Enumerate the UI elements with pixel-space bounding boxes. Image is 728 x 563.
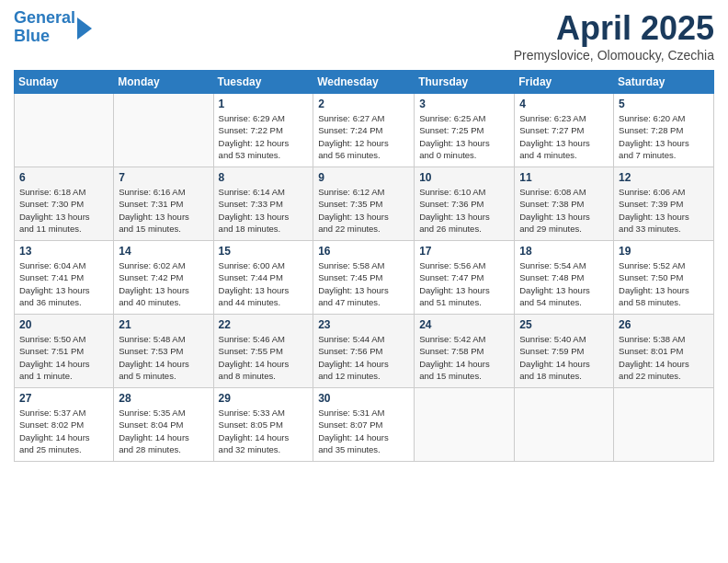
day-number: 15 [219, 245, 309, 258]
day-number: 19 [619, 245, 709, 258]
day-number: 3 [419, 98, 509, 110]
day-number: 17 [419, 245, 509, 258]
calendar-body: 1Sunrise: 6:29 AM Sunset: 7:22 PM Daylig… [15, 94, 714, 462]
day-number: 14 [119, 245, 208, 258]
calendar-table: SundayMondayTuesdayWednesdayThursdayFrid… [14, 70, 714, 462]
calendar-cell: 13Sunrise: 6:04 AM Sunset: 7:41 PM Dayli… [15, 241, 114, 315]
calendar-cell: 16Sunrise: 5:58 AM Sunset: 7:45 PM Dayli… [313, 241, 415, 315]
day-info: Sunrise: 6:02 AM Sunset: 7:42 PM Dayligh… [119, 259, 208, 308]
day-info: Sunrise: 5:31 AM Sunset: 8:07 PM Dayligh… [318, 407, 409, 455]
weekday-header-tuesday: Tuesday [213, 71, 313, 94]
title-area: April 2025 Premyslovice, Olomoucky, Czec… [514, 9, 714, 63]
calendar-cell: 1Sunrise: 6:29 AM Sunset: 7:22 PM Daylig… [213, 94, 313, 167]
calendar-cell: 15Sunrise: 6:00 AM Sunset: 7:44 PM Dayli… [213, 241, 313, 315]
day-number: 2 [318, 98, 409, 110]
weekday-header-saturday: Saturday [614, 71, 714, 94]
day-info: Sunrise: 6:00 AM Sunset: 7:44 PM Dayligh… [219, 259, 309, 308]
calendar-cell: 3Sunrise: 6:25 AM Sunset: 7:25 PM Daylig… [415, 94, 515, 167]
calendar-cell [15, 94, 114, 167]
calendar-cell: 21Sunrise: 5:48 AM Sunset: 7:53 PM Dayli… [114, 315, 213, 388]
day-info: Sunrise: 5:56 AM Sunset: 7:47 PM Dayligh… [419, 259, 509, 308]
calendar-cell: 4Sunrise: 6:23 AM Sunset: 7:27 PM Daylig… [515, 94, 614, 167]
day-number: 13 [19, 245, 108, 258]
day-info: Sunrise: 5:38 AM Sunset: 8:01 PM Dayligh… [619, 333, 709, 382]
calendar-cell: 11Sunrise: 6:08 AM Sunset: 7:38 PM Dayli… [515, 167, 614, 241]
day-info: Sunrise: 6:16 AM Sunset: 7:31 PM Dayligh… [119, 186, 208, 235]
day-info: Sunrise: 6:18 AM Sunset: 7:30 PM Dayligh… [19, 186, 108, 235]
day-info: Sunrise: 5:35 AM Sunset: 8:04 PM Dayligh… [119, 407, 208, 455]
calendar-cell: 19Sunrise: 5:52 AM Sunset: 7:50 PM Dayli… [614, 241, 714, 315]
calendar-cell: 20Sunrise: 5:50 AM Sunset: 7:51 PM Dayli… [15, 315, 114, 388]
weekday-header-row: SundayMondayTuesdayWednesdayThursdayFrid… [15, 71, 714, 94]
day-number: 9 [318, 171, 409, 184]
day-number: 28 [119, 392, 208, 405]
calendar-week-row: 6Sunrise: 6:18 AM Sunset: 7:30 PM Daylig… [15, 167, 714, 241]
calendar-cell [415, 388, 515, 462]
day-info: Sunrise: 5:46 AM Sunset: 7:55 PM Dayligh… [219, 333, 309, 382]
calendar-cell: 2Sunrise: 6:27 AM Sunset: 7:24 PM Daylig… [313, 94, 415, 167]
day-number: 27 [19, 392, 108, 405]
calendar-cell: 14Sunrise: 6:02 AM Sunset: 7:42 PM Dayli… [114, 241, 213, 315]
weekday-header-wednesday: Wednesday [313, 71, 415, 94]
day-info: Sunrise: 6:27 AM Sunset: 7:24 PM Dayligh… [318, 112, 409, 161]
weekday-header-sunday: Sunday [15, 71, 114, 94]
calendar-cell: 26Sunrise: 5:38 AM Sunset: 8:01 PM Dayli… [614, 315, 714, 388]
day-info: Sunrise: 5:48 AM Sunset: 7:53 PM Dayligh… [119, 333, 208, 382]
calendar-cell [515, 388, 614, 462]
day-info: Sunrise: 5:33 AM Sunset: 8:05 PM Dayligh… [219, 407, 309, 455]
day-number: 24 [419, 318, 509, 331]
calendar-cell: 30Sunrise: 5:31 AM Sunset: 8:07 PM Dayli… [313, 388, 415, 462]
calendar-cell: 8Sunrise: 6:14 AM Sunset: 7:33 PM Daylig… [213, 167, 313, 241]
day-number: 16 [318, 245, 409, 258]
calendar-week-row: 13Sunrise: 6:04 AM Sunset: 7:41 PM Dayli… [15, 241, 714, 315]
calendar-cell: 9Sunrise: 6:12 AM Sunset: 7:35 PM Daylig… [313, 167, 415, 241]
weekday-header-thursday: Thursday [415, 71, 515, 94]
calendar-week-row: 20Sunrise: 5:50 AM Sunset: 7:51 PM Dayli… [15, 315, 714, 388]
day-info: Sunrise: 5:42 AM Sunset: 7:58 PM Dayligh… [419, 333, 509, 382]
calendar-cell: 18Sunrise: 5:54 AM Sunset: 7:48 PM Dayli… [515, 241, 614, 315]
day-number: 26 [619, 318, 709, 331]
logo-text: GeneralBlue [14, 9, 75, 46]
day-number: 11 [519, 171, 609, 184]
day-number: 25 [519, 318, 609, 331]
day-info: Sunrise: 6:08 AM Sunset: 7:38 PM Dayligh… [519, 186, 609, 235]
day-info: Sunrise: 6:06 AM Sunset: 7:39 PM Dayligh… [619, 186, 709, 235]
logo: GeneralBlue [14, 9, 92, 46]
calendar-page: GeneralBlue April 2025 Premyslovice, Olo… [0, 0, 728, 471]
calendar-cell: 17Sunrise: 5:56 AM Sunset: 7:47 PM Dayli… [415, 241, 515, 315]
day-number: 23 [318, 318, 409, 331]
calendar-week-row: 1Sunrise: 6:29 AM Sunset: 7:22 PM Daylig… [15, 94, 714, 167]
day-number: 10 [419, 171, 509, 184]
calendar-cell [614, 388, 714, 462]
calendar-cell: 23Sunrise: 5:44 AM Sunset: 7:56 PM Dayli… [313, 315, 415, 388]
calendar-cell: 7Sunrise: 6:16 AM Sunset: 7:31 PM Daylig… [114, 167, 213, 241]
day-number: 22 [219, 318, 309, 331]
day-info: Sunrise: 6:25 AM Sunset: 7:25 PM Dayligh… [419, 112, 509, 161]
day-info: Sunrise: 5:52 AM Sunset: 7:50 PM Dayligh… [619, 259, 709, 308]
day-number: 6 [19, 171, 108, 184]
day-number: 18 [519, 245, 609, 258]
day-info: Sunrise: 6:20 AM Sunset: 7:28 PM Dayligh… [619, 112, 709, 161]
day-number: 5 [619, 98, 709, 110]
calendar-cell: 12Sunrise: 6:06 AM Sunset: 7:39 PM Dayli… [614, 167, 714, 241]
calendar-cell: 24Sunrise: 5:42 AM Sunset: 7:58 PM Dayli… [415, 315, 515, 388]
logo-arrow-icon [77, 17, 92, 40]
calendar-cell [114, 94, 213, 167]
calendar-week-row: 27Sunrise: 5:37 AM Sunset: 8:02 PM Dayli… [15, 388, 714, 462]
calendar-cell: 6Sunrise: 6:18 AM Sunset: 7:30 PM Daylig… [15, 167, 114, 241]
calendar-cell: 29Sunrise: 5:33 AM Sunset: 8:05 PM Dayli… [213, 388, 313, 462]
day-info: Sunrise: 6:12 AM Sunset: 7:35 PM Dayligh… [318, 186, 409, 235]
day-info: Sunrise: 5:50 AM Sunset: 7:51 PM Dayligh… [19, 333, 108, 382]
calendar-cell: 27Sunrise: 5:37 AM Sunset: 8:02 PM Dayli… [15, 388, 114, 462]
day-info: Sunrise: 5:54 AM Sunset: 7:48 PM Dayligh… [519, 259, 609, 308]
location: Premyslovice, Olomoucky, Czechia [514, 48, 714, 63]
day-info: Sunrise: 6:29 AM Sunset: 7:22 PM Dayligh… [219, 112, 309, 161]
month-title: April 2025 [514, 9, 714, 48]
day-info: Sunrise: 5:44 AM Sunset: 7:56 PM Dayligh… [318, 333, 409, 382]
header: GeneralBlue April 2025 Premyslovice, Olo… [14, 9, 714, 63]
day-number: 21 [119, 318, 208, 331]
calendar-header: SundayMondayTuesdayWednesdayThursdayFrid… [15, 71, 714, 94]
calendar-cell: 22Sunrise: 5:46 AM Sunset: 7:55 PM Dayli… [213, 315, 313, 388]
day-number: 30 [318, 392, 409, 405]
day-number: 12 [619, 171, 709, 184]
